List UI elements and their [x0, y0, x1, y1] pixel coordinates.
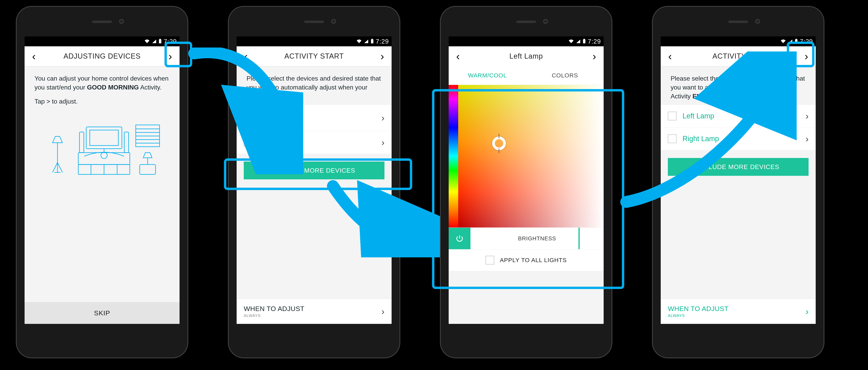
intro-text: Please select the devices and desired st…: [661, 66, 816, 104]
brightness-slider[interactable]: BRIGHTNESS: [470, 228, 603, 249]
device-state: ON - 80%: [258, 120, 376, 125]
status-time: 7:29: [164, 38, 177, 45]
signal-icon: [152, 38, 157, 45]
footer-title: WHEN TO ADJUST: [244, 305, 381, 312]
header: ‹ Left Lamp ›: [449, 46, 603, 66]
chevron-right-icon: ›: [806, 306, 809, 317]
status-bar: 7:29: [237, 36, 392, 46]
device-row-left-lamp[interactable]: Left Lamp ON - 80% ›: [237, 104, 392, 131]
svg-rect-3: [90, 130, 118, 145]
include-more-devices-button[interactable]: INCLUDE MORE DEVICES: [244, 162, 384, 179]
checkbox[interactable]: [668, 134, 677, 143]
page-title: ADJUSTING DEVICES: [63, 52, 141, 60]
footer-sub: ALWAYS: [668, 313, 806, 318]
status-bar: 7:29: [449, 36, 603, 46]
battery-icon: [795, 38, 798, 45]
header: ‹ ACTIVITY START ›: [237, 46, 392, 66]
device-label: Left Lamp: [258, 111, 376, 119]
footer-sub: ALWAYS: [244, 313, 381, 318]
device-row-right-lamp[interactable]: Right Lamp ›: [237, 131, 392, 154]
apply-all-row[interactable]: APPLY TO ALL LIGHTS: [449, 249, 603, 271]
when-to-adjust-row[interactable]: WHEN TO ADJUST ALWAYS ›: [237, 299, 392, 324]
svg-rect-0: [159, 39, 161, 43]
svg-rect-24: [584, 39, 585, 39]
device-label: Right Lamp: [683, 135, 800, 143]
status-time: 7:29: [588, 38, 601, 45]
device-row-right-lamp[interactable]: Right Lamp ›: [661, 127, 816, 150]
back-button[interactable]: ‹: [453, 50, 463, 62]
device-label: Right Lamp: [258, 138, 376, 146]
status-time: 7:29: [376, 38, 389, 45]
header: ‹ ACTIVITY END ›: [661, 46, 816, 66]
checkbox[interactable]: [668, 112, 677, 121]
when-to-adjust-row[interactable]: WHEN TO ADJUST ALWAYS ›: [661, 299, 816, 324]
battery-icon: [371, 38, 374, 45]
next-button[interactable]: ›: [801, 50, 812, 62]
room-illustration: [25, 107, 180, 302]
back-button[interactable]: ‹: [29, 50, 39, 62]
wifi-icon: [144, 38, 150, 45]
apply-all-label: APPLY TO ALL LIGHTS: [500, 257, 567, 264]
wifi-icon: [356, 38, 362, 45]
chevron-right-icon: ›: [381, 137, 384, 148]
svg-point-10: [101, 152, 107, 159]
svg-rect-22: [372, 39, 373, 39]
signal-icon: [576, 38, 581, 45]
saturation-field[interactable]: [458, 85, 603, 228]
status-time: 7:29: [800, 38, 813, 45]
header: ‹ ADJUSTING DEVICES ›: [25, 46, 180, 66]
svg-rect-23: [583, 39, 585, 43]
next-button[interactable]: ›: [377, 50, 388, 62]
footer-title: WHEN TO ADJUST: [668, 305, 806, 312]
device-label: Left Lamp: [683, 112, 800, 120]
svg-rect-25: [795, 39, 798, 43]
battery-icon: [583, 38, 586, 45]
tab-colors[interactable]: COLORS: [526, 66, 603, 85]
back-button[interactable]: ‹: [241, 50, 251, 62]
svg-rect-11: [80, 132, 84, 153]
checkbox[interactable]: [244, 113, 252, 122]
svg-rect-19: [140, 165, 156, 174]
page-title: Left Lamp: [509, 52, 543, 60]
checkbox[interactable]: [244, 138, 252, 147]
brightness-label: BRIGHTNESS: [518, 235, 556, 242]
brightness-row: BRIGHTNESS: [449, 228, 603, 249]
wifi-icon: [780, 38, 786, 45]
color-mode-tabs: WARM/COOL COLORS: [449, 66, 603, 85]
next-button[interactable]: ›: [165, 50, 176, 62]
hue-slider[interactable]: [449, 85, 458, 228]
tap-hint: Tap > to adjust.: [25, 96, 180, 107]
device-row-left-lamp[interactable]: Left Lamp ›: [661, 104, 816, 127]
color-picker[interactable]: [449, 85, 603, 228]
page-title: ACTIVITY START: [284, 52, 344, 60]
wifi-icon: [568, 38, 574, 45]
tab-warm-cool[interactable]: WARM/COOL: [449, 66, 526, 85]
svg-rect-26: [796, 39, 797, 39]
chevron-right-icon: ›: [806, 133, 809, 144]
include-more-devices-button[interactable]: INCLUDE MORE DEVICES: [668, 158, 809, 176]
battery-icon: [159, 38, 162, 45]
signal-icon: [788, 38, 793, 45]
svg-rect-12: [124, 132, 129, 153]
svg-rect-21: [371, 39, 373, 43]
chevron-right-icon: ›: [381, 306, 384, 317]
color-crosshair[interactable]: [492, 136, 506, 150]
next-button[interactable]: ›: [589, 50, 600, 62]
svg-rect-1: [159, 39, 161, 39]
skip-button[interactable]: SKIP: [25, 302, 180, 324]
power-button[interactable]: [449, 228, 470, 249]
chevron-right-icon: ›: [806, 111, 809, 121]
chevron-right-icon: ›: [381, 112, 384, 123]
intro-text: Please select the devices and desired st…: [237, 66, 392, 104]
intro-text: You can adjust your home control devices…: [25, 66, 180, 96]
signal-icon: [364, 38, 369, 45]
status-bar: 7:29: [25, 36, 180, 46]
back-button[interactable]: ‹: [665, 50, 675, 62]
status-bar: 7:29: [661, 36, 816, 46]
checkbox[interactable]: [486, 256, 494, 265]
page-title: ACTIVITY END: [712, 52, 764, 60]
